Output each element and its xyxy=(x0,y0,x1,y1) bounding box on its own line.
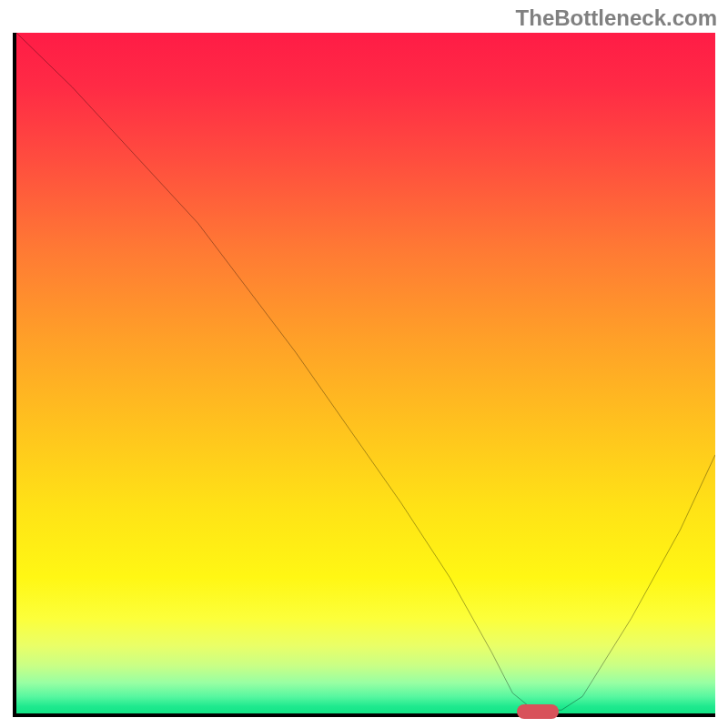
bottleneck-curve xyxy=(16,33,715,713)
bottleneck-chart xyxy=(13,33,715,717)
curve-path xyxy=(16,33,715,710)
watermark-text: TheBottleneck.com xyxy=(516,5,717,31)
optimal-range-marker xyxy=(517,704,559,719)
